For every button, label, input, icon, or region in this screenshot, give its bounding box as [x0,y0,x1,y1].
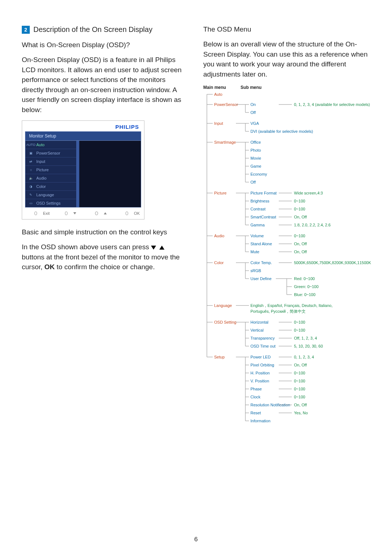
svg-text:On, Off: On, Off [294,242,307,246]
osd-item-icon: AUTO [28,143,33,147]
up-triangle-icon [159,246,164,250]
osd-menu-item: AUTOAuto [25,141,76,149]
osd-screenshot: PHILIPS Monitor Setup AUTOAuto▣PowerSens… [22,120,144,219]
up-arrow-icon [104,212,107,214]
osd-menu-item: ◑Color [25,182,76,190]
osd-item-icon: ⇄ [28,159,33,164]
osd-item-label: Language [36,193,54,197]
svg-text:Economy: Economy [250,172,267,176]
svg-text:Power LED: Power LED [250,355,271,359]
svg-text:Office: Office [250,140,261,144]
down-triangle-icon [151,246,156,250]
svg-text:Clock: Clock [250,395,261,399]
svg-text:Brightness: Brightness [250,199,269,203]
svg-text:On, Off: On, Off [294,250,307,254]
svg-text:Color Temp.: Color Temp. [250,260,272,265]
svg-text:Mute: Mute [250,250,259,254]
svg-text:H. Position: H. Position [250,371,270,375]
osd-item-label: Audio [36,176,46,180]
osd-item-icon: 🔈 [28,176,33,180]
svg-text:English，Español, Français, Deu: English，Español, Français, Deutsch, Ital… [250,303,332,308]
svg-text:Reset: Reset [250,411,261,415]
svg-text:Green: 0~100: Green: 0~100 [294,284,319,289]
osd-menu-item: ✎Language [25,190,76,199]
tree-header-sub: Sub menu [241,85,262,90]
osd-brand-logo: PHILIPS [25,124,141,131]
svg-text:0, 1, 2, 3, 4: 0, 1, 2, 3, 4 [294,355,314,359]
svg-text:Yes, No: Yes, No [294,411,308,415]
osd-item-label: OSD Settings [36,201,61,205]
svg-text:5000K,6500K,7500K,8200K,9300K,: 5000K,6500K,7500K,8200K,9300K,11500K [294,260,371,265]
osd-window-title: Monitor Setup [25,131,141,141]
svg-text:On, Off: On, Off [294,363,307,367]
svg-text:Stand Alone: Stand Alone [250,242,272,246]
svg-text:1.8, 2.0, 2.2, 2.4, 2.6: 1.8, 2.0, 2.2, 2.4, 2.6 [294,223,331,227]
svg-text:Wide screen,4:3: Wide screen,4:3 [294,191,323,195]
svg-text:Auto: Auto [214,92,222,97]
basic-instruction-title: Basic and simple instruction on the cont… [22,228,189,236]
osd-item-icon: ◑ [28,184,33,189]
osd-item-label: Color [36,184,46,189]
osd-menu-tree: AutoPowerSensorOn0, 1, 2, 3, 4 (availabl… [203,91,370,438]
svg-text:0~100: 0~100 [294,207,305,211]
svg-text:OSD Time out: OSD Time out [250,344,275,348]
osd-item-icon: ✎ [28,193,33,197]
svg-text:Photo: Photo [250,148,261,152]
tree-header-main: Main menu [203,85,226,90]
svg-text:Picture: Picture [214,191,226,195]
osd-menu-item: ☼Picture [25,165,76,174]
osd-menu-item: 🔈Audio [25,174,76,182]
svg-text:0~100: 0~100 [294,379,305,383]
svg-text:Input: Input [214,121,223,126]
svg-text:Language: Language [214,303,232,308]
osd-item-label: Input [36,159,45,164]
osd-item-label: Auto [36,143,45,147]
svg-text:Volume: Volume [250,234,264,238]
svg-text:Pixel Orbiting: Pixel Orbiting [250,363,274,367]
svg-text:Phase: Phase [250,387,262,391]
svg-text:On, Off: On, Off [294,215,307,219]
svg-text:Off: Off [250,110,256,115]
osd-question-title: What is On-Screen Display (OSD)? [22,41,189,49]
svg-text:Audio: Audio [214,234,224,238]
svg-text:User Define: User Define [250,276,271,281]
svg-text:Gamma: Gamma [250,223,265,227]
pill-icon [95,212,98,215]
svg-text:Transparency: Transparency [250,336,275,340]
svg-text:PowerSensor: PowerSensor [214,102,238,107]
pill-icon [34,212,37,215]
svg-text:VGA: VGA [250,121,259,126]
section-number-badge: 2 [22,26,30,34]
svg-text:Off, 1, 2, 3, 4: Off, 1, 2, 3, 4 [294,336,317,340]
basic-instruction-paragraph: In the OSD shown above users can press b… [22,242,189,272]
svg-text:Off: Off [250,180,256,184]
svg-text:5, 10, 20, 30, 60: 5, 10, 20, 30, 60 [294,344,323,348]
osd-menu-list: AUTOAuto▣PowerSensor⇄Input☼Picture🔈Audio… [25,141,76,207]
pill-icon [126,212,128,215]
svg-text:On: On [250,102,256,107]
svg-text:Português, Русский，简体中文: Português, Русский，简体中文 [250,309,306,313]
svg-text:0~100: 0~100 [294,320,305,324]
svg-text:Game: Game [250,164,261,168]
osd-exit-label: Exit [43,211,49,216]
osd-menu-title: The OSD Menu [203,25,370,33]
osd-content-area [76,141,141,207]
svg-text:Setup: Setup [214,355,225,359]
osd-item-icon: ☼ [28,168,33,172]
svg-text:Picture Format: Picture Format [250,191,277,195]
svg-text:Information: Information [250,419,270,423]
pill-icon [65,212,68,215]
svg-text:0~100: 0~100 [294,199,305,203]
osd-item-icon: ▣ [28,151,33,155]
svg-text:On, Off: On, Off [294,403,307,407]
osd-menu-item: ▭OSD Settings [25,199,76,207]
svg-text:V. Position: V. Position [250,379,269,383]
section-title: Description of the On Screen Display [33,25,152,34]
svg-text:SmartImage: SmartImage [214,140,236,144]
page-number: 6 [0,536,392,543]
svg-text:Blue: 0~100: Blue: 0~100 [294,292,315,297]
osd-item-label: PowerSensor [36,151,60,155]
svg-text:0~100: 0~100 [294,387,305,391]
svg-text:Vertical: Vertical [250,328,264,332]
osd-menu-paragraph: Below is an overall view of the structur… [203,39,370,79]
